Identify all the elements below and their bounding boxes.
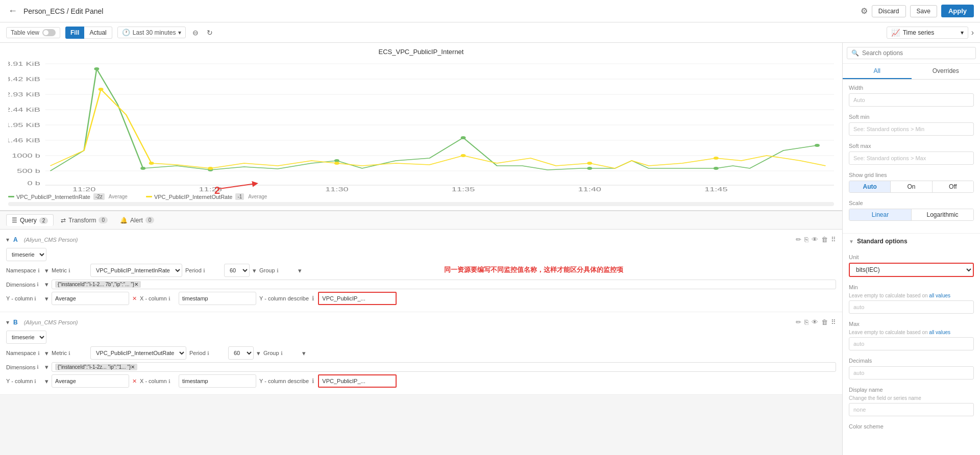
grid-on-btn[interactable]: On: [891, 181, 932, 192]
query-edit-btn-b[interactable]: ✏: [796, 318, 801, 326]
standard-options-header[interactable]: ▼ Standard options: [843, 233, 980, 249]
main-layout: ECS_VPC_PublicIP_Internet 3.91 KiB 3.42 …: [0, 43, 980, 455]
y-column-describe-input-b[interactable]: [318, 374, 397, 388]
chart-scrollbar[interactable]: [8, 202, 834, 206]
query-duplicate-btn-b[interactable]: ⎘: [804, 318, 808, 326]
query-hide-btn-a[interactable]: 👁: [812, 236, 818, 243]
namespace-caret-b[interactable]: ▾: [45, 349, 48, 357]
grid-auto-btn[interactable]: Auto: [849, 181, 891, 192]
group-caret-a[interactable]: ▾: [298, 267, 302, 274]
query-hide-btn-b[interactable]: 👁: [812, 318, 818, 326]
group-info-icon-a[interactable]: ℹ: [277, 268, 279, 273]
y-column-describe-input-a[interactable]: [318, 292, 397, 305]
y-column-info-icon-b[interactable]: ℹ: [34, 378, 36, 384]
display-name-input[interactable]: [849, 403, 974, 416]
collapse-btn-a[interactable]: ▾: [6, 236, 9, 243]
dimensions-tag-input-b[interactable]: {"instanceId":"i-1-2z... "ip":"1... "}✕: [52, 362, 836, 372]
namespace-caret-a[interactable]: ▾: [45, 267, 48, 274]
series-type-select-b[interactable]: timeserie: [6, 331, 46, 344]
fill-button[interactable]: Fill: [65, 27, 84, 39]
search-options-bar: 🔍: [843, 43, 980, 64]
unit-select[interactable]: bits(IEC): [849, 263, 974, 277]
x-column-input-a[interactable]: [179, 292, 256, 305]
soft-max-input[interactable]: [849, 151, 974, 165]
dimensions-info-icon-b[interactable]: ℹ: [37, 364, 39, 370]
discard-button[interactable]: Discard: [872, 5, 906, 17]
namespace-info-icon-a[interactable]: ℹ: [38, 268, 40, 273]
min-input[interactable]: [849, 300, 974, 314]
width-input[interactable]: [849, 93, 974, 107]
gear-button[interactable]: ⚙: [861, 6, 868, 16]
apply-button[interactable]: Apply: [941, 5, 974, 17]
collapse-btn-b[interactable]: ▾: [6, 319, 9, 326]
visualization-select[interactable]: 📈 Time series ▾: [887, 27, 968, 39]
max-desc-link[interactable]: all values: [929, 330, 950, 335]
tab-overrides-label: Overrides: [933, 67, 959, 74]
tab-query[interactable]: ☰ Query 2: [6, 214, 54, 226]
tab-all[interactable]: All: [843, 64, 912, 79]
query-duplicate-btn-a[interactable]: ⎘: [804, 236, 808, 243]
time-range-chevron-icon: ▾: [178, 29, 181, 36]
query-delete-btn-a[interactable]: 🗑: [821, 236, 828, 243]
y-column-caret-b[interactable]: ▾: [45, 377, 48, 385]
query-drag-btn-b[interactable]: ⠿: [831, 318, 836, 326]
scale-linear-btn[interactable]: Linear: [849, 209, 912, 220]
query-edit-btn-a[interactable]: ✏: [796, 236, 801, 243]
soft-min-input[interactable]: [849, 122, 974, 136]
max-input[interactable]: [849, 337, 974, 350]
search-input-wrap[interactable]: 🔍: [847, 47, 976, 59]
y-column-clear-b[interactable]: ✕: [132, 378, 137, 385]
y-column-input-a[interactable]: [52, 292, 129, 305]
metric-select-b[interactable]: VPC_PublicIP_InternetOutRate: [90, 346, 186, 360]
group-info-icon-b[interactable]: ℹ: [281, 350, 283, 356]
y-column-input-b[interactable]: [52, 374, 129, 388]
x-column-info-icon-a[interactable]: ℹ: [168, 296, 170, 301]
options-tabs: All Overrides: [843, 64, 980, 80]
series-type-select-a[interactable]: timeserie: [6, 248, 46, 261]
x-column-input-b[interactable]: [179, 374, 256, 388]
period-select-b[interactable]: 60: [228, 346, 254, 360]
actual-button[interactable]: Actual: [84, 27, 112, 39]
y-column-clear-a[interactable]: ✕: [132, 295, 137, 302]
period-select-a[interactable]: 60: [224, 264, 250, 277]
decimals-input[interactable]: [849, 366, 974, 380]
grid-off-btn[interactable]: Off: [933, 181, 973, 192]
dimensions-tag-input-a[interactable]: {"instanceId":"i-1-2... 7b","ip":"... "}…: [52, 280, 836, 289]
y-column-caret-a[interactable]: ▾: [45, 295, 48, 302]
refresh-button[interactable]: ↻: [205, 27, 214, 38]
period-info-icon-b[interactable]: ℹ: [207, 350, 209, 356]
dimensions-caret-b[interactable]: ▾: [45, 363, 48, 371]
query-drag-btn-a[interactable]: ⠿: [831, 236, 836, 243]
min-label: Min: [849, 284, 974, 290]
tab-alert[interactable]: 🔔 Alert 0: [115, 215, 159, 226]
display-name-desc: Change the field or series name: [849, 395, 974, 401]
metric-info-icon-a[interactable]: ℹ: [68, 268, 70, 273]
min-desc-link[interactable]: all values: [929, 293, 950, 298]
y-column-info-icon-a[interactable]: ℹ: [34, 296, 36, 301]
back-button[interactable]: ←: [6, 4, 19, 18]
table-view-toggle[interactable]: Table view: [6, 27, 60, 38]
legend-label-inrate: VPC_PublicIP_InternetInRate: [16, 194, 90, 200]
group-caret-b[interactable]: ▾: [302, 349, 306, 357]
tab-overrides[interactable]: Overrides: [912, 64, 981, 79]
metric-select-a[interactable]: VPC_PublicIP_InternetInRate: [90, 264, 182, 277]
expand-button[interactable]: ›: [971, 28, 974, 37]
toggle-switch[interactable]: [42, 29, 56, 36]
dimensions-caret-a[interactable]: ▾: [45, 281, 48, 288]
period-caret-a[interactable]: ▾: [253, 267, 256, 274]
save-button[interactable]: Save: [910, 5, 937, 17]
tab-alert-badge: 0: [145, 217, 155, 223]
scale-logarithmic-btn[interactable]: Logarithmic: [912, 209, 973, 220]
tab-transform[interactable]: ⇄ Transform 0: [56, 215, 113, 226]
period-info-icon-a[interactable]: ℹ: [203, 268, 205, 273]
tab-query-badge: 2: [39, 217, 48, 224]
search-options-input[interactable]: [862, 49, 971, 57]
time-picker[interactable]: 🕐 Last 30 minutes ▾: [117, 27, 186, 38]
query-delete-btn-b[interactable]: 🗑: [821, 318, 828, 326]
dimensions-info-icon-a[interactable]: ℹ: [37, 282, 39, 287]
namespace-info-icon-b[interactable]: ℹ: [38, 350, 40, 356]
zoom-out-button[interactable]: ⊖: [191, 27, 200, 38]
metric-info-icon-b[interactable]: ℹ: [68, 350, 70, 356]
x-column-info-icon-b[interactable]: ℹ: [168, 378, 170, 384]
period-caret-b[interactable]: ▾: [257, 349, 260, 357]
